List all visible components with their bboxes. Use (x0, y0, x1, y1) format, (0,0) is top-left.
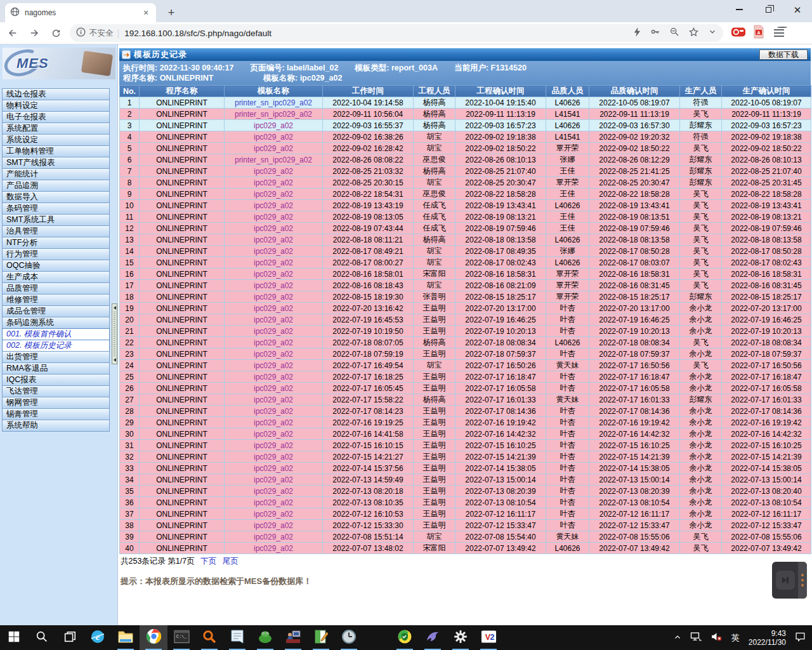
template-link[interactable]: ipc029_a02 (225, 280, 323, 291)
sidebar-item[interactable]: 出货管理 (2, 351, 110, 363)
sidebar-subitem[interactable]: 002. 模板历史记录 (2, 340, 110, 352)
tray-chevron-up-icon[interactable] (674, 632, 681, 644)
sidebar-item[interactable]: 条码追溯系统 (2, 317, 110, 329)
sidebar-subitem[interactable]: 001. 模板首件确认 (2, 328, 110, 340)
recorder-widget[interactable] (772, 562, 807, 599)
sidebar-item[interactable]: 物料设定 (2, 100, 110, 112)
template-link[interactable]: ipc029_a02 (225, 337, 323, 348)
taskbar-task-view-button[interactable] (56, 625, 84, 650)
taskbar-gear-button[interactable] (447, 625, 475, 650)
template-link[interactable]: ipc029_a02 (225, 417, 323, 428)
sidebar-item[interactable]: 产品追溯 (2, 180, 110, 192)
chevron-down-icon[interactable] (708, 27, 717, 39)
template-link[interactable]: ipc029_a02 (225, 531, 323, 543)
template-link[interactable]: ipc029_a02 (225, 406, 323, 417)
template-link[interactable]: ipc029_a02 (225, 326, 323, 337)
next-page-link[interactable]: 下页 (200, 557, 216, 566)
template-link[interactable]: ipc029_a02 (225, 371, 323, 383)
taskbar-start-button[interactable] (0, 625, 28, 650)
taskbar-internet-explorer-button[interactable]: e (84, 625, 112, 650)
taskbar-file-explorer-button[interactable] (112, 625, 140, 650)
template-link[interactable]: ipc029_a02 (225, 394, 323, 406)
taskbar-chrome-button[interactable] (140, 625, 167, 650)
template-link[interactable]: ipc029_a02 (225, 257, 323, 269)
sidebar-item[interactable]: 行为管理 (2, 248, 110, 260)
template-link[interactable]: ipc029_a02 (225, 360, 323, 371)
network-icon[interactable] (690, 632, 702, 644)
notification-center-icon[interactable] (795, 632, 806, 644)
template-link[interactable]: ipc029_a02 (225, 303, 323, 314)
template-link[interactable]: ipc029_a02 (225, 189, 323, 200)
template-link[interactable]: ipc029_a02 (225, 131, 323, 143)
template-link[interactable]: ipc029_a02 (225, 383, 323, 394)
template-link[interactable]: ipc029_a02 (225, 120, 323, 131)
sidebar-item[interactable]: NTF分析 (2, 237, 110, 249)
taskbar-security-shield-button[interactable] (391, 625, 419, 650)
ime-indicator[interactable]: 英 (731, 632, 740, 644)
template-link[interactable]: ipc029_a02 (225, 474, 323, 486)
sidebar-item[interactable]: 维修管理 (2, 294, 110, 306)
url-bar[interactable]: 不安全 | 192.168.100.18/sfc/S.php/nago/defa… (70, 24, 723, 42)
template-link[interactable]: ipc029_a02 (225, 143, 323, 154)
key-icon[interactable] (650, 27, 660, 39)
sidebar-item[interactable]: 产能统计 (2, 168, 110, 180)
zoom-out-icon[interactable] (669, 27, 679, 39)
template-link[interactable]: ipc029_a02 (225, 451, 323, 463)
lightning-icon[interactable] (633, 27, 641, 39)
template-link[interactable]: ipc029_a02 (225, 291, 323, 303)
taskbar-notepad-button[interactable] (223, 625, 251, 650)
template-link[interactable]: printer_sn_ipc029_a02 (225, 97, 323, 109)
sidebar-item[interactable]: SMT系统工具 (2, 214, 110, 226)
sidebar-item[interactable]: 品质管理 (2, 282, 110, 295)
template-link[interactable]: ipc029_a02 (225, 234, 323, 246)
taskbar-dolphin-button[interactable] (419, 625, 447, 650)
sidebar-item[interactable]: 系统配置 (2, 123, 110, 135)
back-button[interactable] (4, 24, 22, 42)
sidebar-item[interactable]: 工单物料管理 (2, 145, 110, 157)
template-link[interactable]: ipc029_a02 (225, 223, 323, 234)
reload-button[interactable] (47, 24, 65, 42)
minimize-button[interactable] (724, 0, 754, 19)
clock[interactable]: 9:43 2022/11/30 (749, 629, 786, 647)
sidebar-item[interactable]: 系统帮助 (2, 420, 110, 432)
restore-button[interactable] (754, 0, 783, 19)
template-link[interactable]: ipc029_a02 (225, 497, 323, 508)
template-link[interactable]: ipc029_a02 (225, 246, 323, 257)
data-download-button[interactable]: 数据下载 (759, 50, 808, 60)
sidebar-item[interactable]: 线边仓报表 (2, 88, 110, 100)
template-link[interactable]: ipc029_a02 (225, 520, 323, 531)
template-link[interactable]: ipc029_a02 (225, 348, 323, 360)
sidebar-item[interactable]: SMT产线报表 (2, 157, 110, 169)
template-link[interactable]: ipc029_a02 (225, 428, 323, 440)
sidebar-item[interactable]: 生产成本 (2, 271, 110, 283)
taskbar-log-tool-button[interactable] (307, 625, 335, 650)
template-link[interactable]: ipc029_a02 (225, 486, 323, 497)
template-link[interactable]: ipc029_a02 (225, 543, 323, 554)
taskbar-search-tool-button[interactable] (195, 625, 223, 650)
taskbar-terminal-button[interactable]: C:\_ (167, 625, 195, 650)
sidebar-item[interactable]: RMA客退品 (2, 362, 110, 375)
sogou-extension-icon[interactable] (731, 25, 746, 41)
sidebar-item[interactable]: 电子仓报表 (2, 111, 110, 123)
pdf-extension-icon[interactable]: A (752, 25, 765, 41)
template-link[interactable]: ipc029_a02 (225, 269, 323, 280)
close-button[interactable]: ✕ (783, 0, 812, 19)
sidebar-item[interactable]: 系统设定 (2, 134, 110, 146)
template-link[interactable]: ipc029_a02 (225, 463, 323, 474)
sidebar-item[interactable]: IQC报表 (2, 374, 110, 386)
template-link[interactable]: printer_sn_ipc029_a02 (225, 109, 323, 120)
taskbar-search-button[interactable] (28, 625, 56, 650)
sidebar-item[interactable]: 数据导入 (2, 191, 110, 203)
sidebar-item[interactable]: 钢网管理 (2, 397, 110, 409)
new-tab-button[interactable]: + (164, 6, 179, 21)
taskbar-vnc-button[interactable]: V2 (475, 625, 502, 650)
tab-close-icon[interactable]: × (141, 8, 151, 18)
sidebar-item[interactable]: 条码管理 (2, 202, 110, 215)
sidebar-item[interactable]: OQC抽验 (2, 260, 110, 272)
template-link[interactable]: ipc029_a02 (225, 314, 323, 326)
template-link[interactable]: ipc029_a02 (225, 508, 323, 520)
sidebar-item[interactable]: 成品仓管理 (2, 305, 110, 317)
taskbar-toad-button[interactable] (251, 625, 279, 650)
browser-tab[interactable]: nagomes × (5, 3, 156, 22)
last-page-link[interactable]: 尾页 (223, 557, 239, 566)
